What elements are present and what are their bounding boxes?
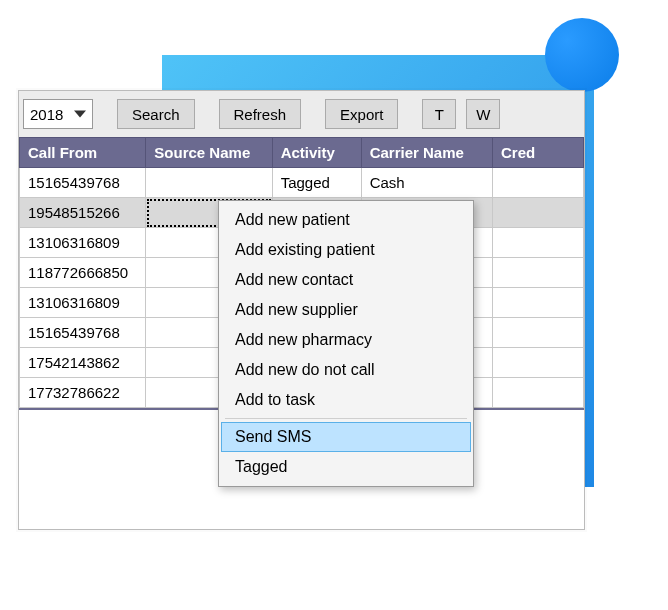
cell-cred[interactable] — [493, 258, 584, 288]
cell-cred[interactable] — [493, 318, 584, 348]
cell-call_from[interactable]: 17732786622 — [20, 378, 146, 408]
menu-item-tagged[interactable]: Tagged — [221, 452, 471, 482]
export-button[interactable]: Export — [325, 99, 398, 129]
grid-header-row: Call From Source Name Activity Carrier N… — [20, 138, 584, 168]
menu-item-add-new-patient[interactable]: Add new patient — [221, 205, 471, 235]
cell-call_from[interactable]: 19548515266 — [20, 198, 146, 228]
decorative-circle — [545, 18, 619, 92]
year-select-value: 2018 — [30, 106, 63, 123]
toolbar: 2018 Search Refresh Export T W — [19, 91, 584, 137]
cell-call_from[interactable]: 13106316809 — [20, 288, 146, 318]
context-menu: Add new patientAdd existing patientAdd n… — [218, 200, 474, 487]
t-button[interactable]: T — [422, 99, 456, 129]
col-header-call-from[interactable]: Call From — [20, 138, 146, 168]
cell-call_from[interactable]: 17542143862 — [20, 348, 146, 378]
cell-cred[interactable] — [493, 168, 584, 198]
cell-source_name[interactable] — [146, 168, 272, 198]
cell-cred[interactable] — [493, 288, 584, 318]
col-header-source-name[interactable]: Source Name — [146, 138, 272, 168]
menu-item-add-to-task[interactable]: Add to task — [221, 385, 471, 415]
cell-cred[interactable] — [493, 378, 584, 408]
refresh-button[interactable]: Refresh — [219, 99, 302, 129]
col-header-cred[interactable]: Cred — [493, 138, 584, 168]
menu-item-add-new-pharmacy[interactable]: Add new pharmacy — [221, 325, 471, 355]
cell-call_from[interactable]: 13106316809 — [20, 228, 146, 258]
cell-cred[interactable] — [493, 348, 584, 378]
col-header-carrier[interactable]: Carrier Name — [361, 138, 492, 168]
cell-call_from[interactable]: 15165439768 — [20, 168, 146, 198]
cell-call_from[interactable]: 15165439768 — [20, 318, 146, 348]
menu-item-add-new-contact[interactable]: Add new contact — [221, 265, 471, 295]
menu-item-add-existing-patient[interactable]: Add existing patient — [221, 235, 471, 265]
menu-item-add-new-supplier[interactable]: Add new supplier — [221, 295, 471, 325]
menu-item-add-new-do-not-call[interactable]: Add new do not call — [221, 355, 471, 385]
w-button[interactable]: W — [466, 99, 500, 129]
chevron-down-icon — [74, 108, 86, 120]
cell-call_from[interactable]: 118772666850 — [20, 258, 146, 288]
year-select[interactable]: 2018 — [23, 99, 93, 129]
cell-activity[interactable]: Tagged — [272, 168, 361, 198]
table-row[interactable]: 15165439768TaggedCash — [20, 168, 584, 198]
menu-item-send-sms[interactable]: Send SMS — [221, 422, 471, 452]
cell-cred[interactable] — [493, 228, 584, 258]
search-button[interactable]: Search — [117, 99, 195, 129]
cell-cred[interactable] — [493, 198, 584, 228]
menu-separator — [225, 418, 467, 419]
cell-carrier_name[interactable]: Cash — [361, 168, 492, 198]
col-header-activity[interactable]: Activity — [272, 138, 361, 168]
